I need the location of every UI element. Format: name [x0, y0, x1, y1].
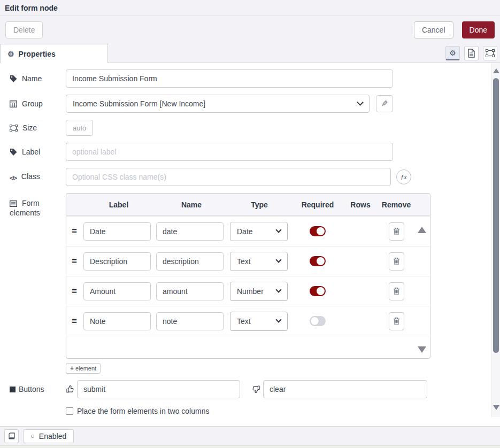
size-field-row: Size auto	[10, 120, 479, 136]
element-row: ≡ Text	[66, 246, 430, 276]
scroll-down-button[interactable]	[493, 405, 499, 410]
trash-icon	[393, 257, 400, 265]
group-select[interactable]: Income Submission Form [New Income]	[66, 95, 370, 113]
properties-panel: Name Group Income Submission Form [New I…	[0, 63, 500, 426]
chevron-down-icon	[275, 287, 281, 292]
settings-tab-button[interactable]: ⚙	[445, 46, 460, 60]
drag-handle-icon[interactable]: ≡	[66, 226, 82, 237]
edit-group-button[interactable]: ✎	[376, 95, 393, 112]
element-type-select[interactable]: Text	[230, 312, 288, 331]
appearance-tab-button[interactable]	[483, 46, 497, 60]
dialog-button-bar: Delete Cancel Done	[0, 16, 500, 44]
table-scroll-down-button[interactable]	[418, 346, 426, 353]
drag-handle-icon[interactable]: ≡	[66, 256, 82, 267]
element-label-input[interactable]	[83, 282, 151, 300]
name-label: Name	[22, 74, 42, 83]
enabled-toggle-button[interactable]: ○ Enabled	[23, 429, 74, 443]
elements-table-header: Label Name Type Required Rows Remove	[66, 194, 430, 216]
table-scroll-up-button[interactable]	[418, 227, 426, 233]
element-type-select[interactable]: Date	[230, 222, 288, 241]
drag-handle-icon[interactable]: ≡	[66, 316, 82, 327]
elements-table: Label Name Type Required Rows Remove ≡ D…	[66, 193, 430, 359]
chevron-down-icon	[275, 227, 281, 233]
dialog-header: Edit form node	[0, 0, 500, 16]
pencil-icon: ✎	[381, 99, 388, 109]
gear-icon: ⚙	[449, 49, 456, 57]
size-label: Size	[22, 123, 37, 132]
done-button[interactable]: Done	[462, 21, 495, 38]
required-toggle[interactable]	[310, 226, 326, 236]
chevron-down-icon	[275, 316, 281, 322]
clear-button-input[interactable]	[263, 380, 427, 398]
element-row: ≡ Date	[66, 216, 430, 246]
expression-button[interactable]: ƒx	[396, 169, 411, 184]
thumbs-down-icon	[252, 385, 260, 393]
name-input[interactable]	[66, 69, 393, 88]
object-group-icon	[486, 49, 495, 57]
delete-element-button[interactable]	[389, 312, 404, 330]
chevron-down-icon	[275, 257, 281, 262]
element-row: ≡ Number	[66, 276, 430, 306]
tab-bar: ⚙ Properties ⚙	[0, 44, 500, 63]
plus-icon: +	[70, 365, 74, 372]
panel-scrollbar[interactable]	[491, 63, 500, 417]
submit-button-input[interactable]	[77, 380, 240, 398]
add-element-button[interactable]: + element	[66, 363, 101, 374]
size-button[interactable]: auto	[66, 120, 93, 136]
cancel-button[interactable]: Cancel	[414, 21, 453, 38]
table-icon	[10, 101, 17, 107]
trash-icon	[393, 317, 400, 325]
list-alt-icon	[10, 200, 17, 207]
header-type: Type	[228, 200, 291, 209]
tab-properties-label: Properties	[19, 50, 56, 58]
group-label: Group	[22, 99, 43, 108]
header-rows: Rows	[344, 200, 376, 209]
group-select-value: Income Submission Form [New Income]	[73, 99, 358, 108]
delete-element-button[interactable]	[389, 252, 404, 271]
header-label: Label	[82, 200, 155, 209]
element-label-input[interactable]	[83, 312, 151, 330]
buttons-field-row: Buttons	[10, 380, 479, 398]
two-columns-row: Place the form elements in two columns	[10, 407, 479, 415]
element-type-select[interactable]: Text	[230, 252, 288, 271]
two-columns-checkbox[interactable]	[66, 407, 73, 415]
delete-element-button[interactable]	[389, 222, 404, 241]
scrollbar-thumb[interactable]	[493, 78, 499, 353]
element-name-input[interactable]	[156, 282, 224, 300]
book-icon	[7, 432, 16, 440]
element-label-input[interactable]	[83, 252, 151, 271]
element-row: ≡ Text	[66, 306, 430, 336]
drag-handle-icon[interactable]: ≡	[66, 286, 82, 297]
label-input[interactable]	[66, 143, 393, 161]
element-type-select[interactable]: Number	[230, 282, 288, 301]
element-label-input[interactable]	[83, 222, 151, 241]
delete-button[interactable]: Delete	[5, 21, 43, 38]
label-label: Label	[22, 148, 40, 156]
group-field-row: Group Income Submission Form [New Income…	[10, 95, 479, 113]
required-toggle[interactable]	[310, 316, 326, 326]
tag-icon	[10, 75, 17, 82]
required-toggle[interactable]	[310, 286, 326, 296]
trash-icon	[393, 227, 400, 235]
element-name-input[interactable]	[156, 252, 224, 271]
tab-side-buttons: ⚙	[445, 46, 497, 60]
node-help-button[interactable]	[4, 429, 19, 443]
buttons-label: Buttons	[19, 385, 44, 393]
name-field-row: Name	[10, 69, 479, 88]
dialog-footer: ○ Enabled	[0, 426, 500, 445]
delete-element-button[interactable]	[389, 282, 404, 300]
required-toggle[interactable]	[310, 256, 326, 266]
label-field-row: Label	[10, 143, 479, 161]
description-tab-button[interactable]	[464, 46, 479, 60]
code-icon: </>	[10, 173, 17, 183]
scroll-up-button[interactable]	[493, 68, 499, 73]
tab-properties[interactable]: ⚙ Properties	[0, 44, 108, 63]
element-name-input[interactable]	[156, 222, 224, 241]
window-edge	[0, 445, 500, 448]
trash-icon	[393, 287, 400, 295]
class-field-row: </> Class ƒx	[10, 168, 479, 186]
thumbs-up-icon	[66, 385, 74, 393]
element-name-input[interactable]	[156, 312, 224, 330]
class-label: Class	[21, 172, 40, 181]
class-input[interactable]	[66, 168, 391, 186]
